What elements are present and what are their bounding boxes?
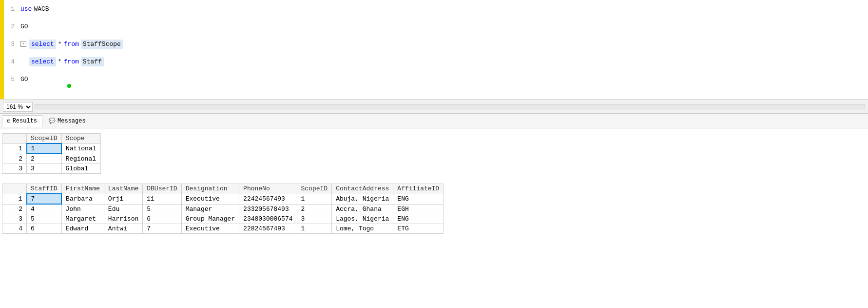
table2-cell-3-dbuserid[interactable]: 6 xyxy=(143,214,181,224)
keyword-select-1: select xyxy=(29,40,56,49)
table2-cell-2-staffid[interactable]: 4 xyxy=(27,204,62,214)
table2-cell-2-scopeid[interactable]: 2 xyxy=(297,204,332,214)
operator-star-2: * xyxy=(58,58,62,65)
table-row[interactable]: 4 6 Edward Antwi 7 Executive 22824567493… xyxy=(2,224,444,234)
table2-cell-1-lastname[interactable]: Orji xyxy=(104,194,142,204)
table2-cell-2-designation[interactable]: Manager xyxy=(181,204,239,214)
keyword-from-2: from xyxy=(64,58,79,65)
code-line-3: 3 - select * from StaffScope xyxy=(4,35,868,53)
table2-cell-3-staffid[interactable]: 5 xyxy=(27,214,62,224)
table2-col-designation: Designation xyxy=(181,184,239,194)
table2-cell-4-contactaddress[interactable]: Lome, Togo xyxy=(332,224,393,234)
table-row[interactable]: 1 7 Barbara Orji 11 Executive 2242456749… xyxy=(2,194,444,204)
table2-col-firstname: FirstName xyxy=(61,184,104,194)
table2-cell-1-affiliateid[interactable]: ENG xyxy=(393,194,444,204)
code-line-5: 5 GO xyxy=(4,70,868,88)
table1-cell-3-scope[interactable]: Global xyxy=(61,164,100,174)
keyword-use: use xyxy=(20,5,32,13)
table-row[interactable]: 3 3 Global xyxy=(2,164,101,174)
table1-col-scopeid: ScopeID xyxy=(27,134,62,144)
table2-cell-4-scopeid[interactable]: 1 xyxy=(297,224,332,234)
table2-cell-2-contactaddress[interactable]: Accra, Ghana xyxy=(332,204,393,214)
table1-cell-2-scope[interactable]: Regional xyxy=(61,154,100,164)
tab-messages[interactable]: 💬 Messages xyxy=(43,115,91,127)
results-icon: ⊞ xyxy=(7,118,11,124)
table1-col-scope: Scope xyxy=(61,134,100,144)
table2-cell-1-staffid[interactable]: 7 xyxy=(27,194,62,204)
table-spacer xyxy=(0,174,868,181)
table2-col-dbuserid: DBUserID xyxy=(143,184,181,194)
table2-cell-3-designation[interactable]: Group Manager xyxy=(181,214,239,224)
table1-cell-3-scopeid[interactable]: 3 xyxy=(27,164,62,174)
keyword-go-1: GO xyxy=(20,23,28,30)
horizontal-scrollbar[interactable] xyxy=(35,104,865,109)
line-content-3: - select * from StaffScope xyxy=(19,40,123,49)
table2-cell-1-designation[interactable]: Executive xyxy=(181,194,239,204)
table2-cell-2-lastname[interactable]: Edu xyxy=(104,204,142,214)
table1-wrapper: ScopeID Scope 1 1 National 2 2 Regional xyxy=(0,133,868,174)
table2-cell-1-scopeid[interactable]: 1 xyxy=(297,194,332,204)
table2-cell-2-phoneno[interactable]: 233205678493 xyxy=(239,204,297,214)
tab-results-label: Results xyxy=(13,118,37,124)
table1-rownum-3: 3 xyxy=(2,164,27,174)
line-number-3: 3 xyxy=(4,41,19,48)
table2-cell-4-designation[interactable]: Executive xyxy=(181,224,239,234)
line-number-5: 5 xyxy=(4,76,19,83)
table2-col-phoneno: PhoneNo xyxy=(239,184,297,194)
results-area: ScopeID Scope 1 1 National 2 2 Regional xyxy=(0,128,868,236)
table2-cell-1-firstname[interactable]: Barbara xyxy=(61,194,104,204)
code-line-1: 1 use WACB xyxy=(4,0,868,18)
table2-cell-4-dbuserid[interactable]: 7 xyxy=(143,224,181,234)
code-lines: 1 use WACB 2 GO 3 - select * from StaffS… xyxy=(0,0,868,88)
status-bar: 161 % xyxy=(0,100,868,114)
execution-indicator xyxy=(67,84,71,88)
table2-cell-4-phoneno[interactable]: 22824567493 xyxy=(239,224,297,234)
code-line-4: 4 select * from Staff xyxy=(4,53,868,70)
table2-cell-2-firstname[interactable]: John xyxy=(61,204,104,214)
table2-cell-4-staffid[interactable]: 6 xyxy=(27,224,62,234)
table2-cell-3-lastname[interactable]: Harrison xyxy=(104,214,142,224)
code-line-2: 2 GO xyxy=(4,18,868,35)
table2-col-lastname: LastName xyxy=(104,184,142,194)
table-row[interactable]: 2 2 Regional xyxy=(2,154,101,164)
table1-cell-1-scopeid[interactable]: 1 xyxy=(27,144,62,154)
table2-col-contactaddress: ContactAddress xyxy=(332,184,393,194)
line-number-4: 4 xyxy=(4,58,19,65)
table1-rownum-2: 2 xyxy=(2,154,27,164)
tab-results[interactable]: ⊞ Results xyxy=(2,115,42,127)
table1-rownum-header xyxy=(2,134,27,144)
code-editor[interactable]: 1 use WACB 2 GO 3 - select * from StaffS… xyxy=(0,0,868,100)
line-content-1: use WACB xyxy=(19,5,49,13)
table2-cell-1-phoneno[interactable]: 22424567493 xyxy=(239,194,297,204)
messages-icon: 💬 xyxy=(49,118,56,124)
table2-cell-3-firstname[interactable]: Margaret xyxy=(61,214,104,224)
table2-cell-2-dbuserid[interactable]: 5 xyxy=(143,204,181,214)
zoom-select[interactable]: 161 % xyxy=(3,102,33,112)
table2-cell-1-contactaddress[interactable]: Abuja, Nigeria xyxy=(332,194,393,204)
table-row[interactable]: 3 5 Margaret Harrison 6 Group Manager 23… xyxy=(2,214,444,224)
line-number-2: 2 xyxy=(4,23,19,30)
yellow-gutter xyxy=(0,0,4,99)
tab-messages-label: Messages xyxy=(58,118,86,124)
keyword-select-2: select xyxy=(29,57,56,66)
table1-cell-1-scope[interactable]: National xyxy=(61,144,100,154)
table1-cell-2-scopeid[interactable]: 2 xyxy=(27,154,62,164)
table2-cell-3-phoneno[interactable]: 2348030006574 xyxy=(239,214,297,224)
table2-cell-2-affiliateid[interactable]: EGH xyxy=(393,204,444,214)
collapse-icon[interactable]: - xyxy=(20,41,26,47)
table2-cell-1-dbuserid[interactable]: 11 xyxy=(143,194,181,204)
table-row[interactable]: 2 4 John Edu 5 Manager 233205678493 2 Ac… xyxy=(2,204,444,214)
table2-rownum-3: 3 xyxy=(2,214,27,224)
identifier-wacb: WACB xyxy=(34,5,49,13)
table2-rownum-2: 2 xyxy=(2,204,27,214)
table2-cell-4-affiliateid[interactable]: ETG xyxy=(393,224,444,234)
table2-cell-3-contactaddress[interactable]: Lagos, Nigeria xyxy=(332,214,393,224)
table2-cell-3-scopeid[interactable]: 3 xyxy=(297,214,332,224)
table2-cell-3-affiliateid[interactable]: ENG xyxy=(393,214,444,224)
table2-cell-4-firstname[interactable]: Edward xyxy=(61,224,104,234)
table-row[interactable]: 1 1 National xyxy=(2,144,101,154)
table1-header-row: ScopeID Scope xyxy=(2,134,101,144)
table2-cell-4-lastname[interactable]: Antwi xyxy=(104,224,142,234)
table2-section: StaffID FirstName LastName DBUserID Desi… xyxy=(0,181,868,234)
keyword-from-1: from xyxy=(64,41,79,48)
